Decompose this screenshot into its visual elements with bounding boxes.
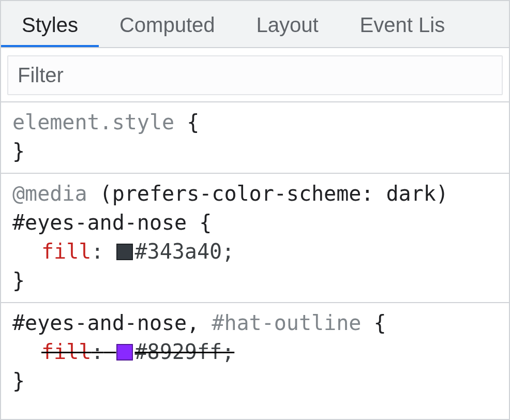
colon: : — [91, 239, 103, 263]
brace-open: { — [373, 311, 386, 335]
media-condition: (prefers-color-scheme: dark) — [100, 182, 448, 205]
tab-computed[interactable]: Computed — [99, 1, 236, 47]
filter-row — [1, 48, 509, 102]
selector-eyes-and-nose: #eyes-and-nose — [12, 211, 187, 234]
declaration-fill-base[interactable]: fill: #8929ff; — [12, 337, 498, 366]
brace-open-char: { — [187, 110, 199, 134]
selector-hat-outline: #hat-outline — [212, 311, 361, 335]
colon: : — [91, 340, 103, 364]
brace-close: } — [12, 268, 25, 292]
brace-open: { — [199, 211, 212, 234]
declaration-fill-dark[interactable]: fill: #343a40; — [12, 237, 498, 266]
semicolon: ; — [222, 340, 234, 364]
tab-styles[interactable]: Styles — [1, 1, 99, 47]
semicolon: ; — [222, 239, 234, 263]
color-swatch-icon[interactable] — [116, 344, 133, 361]
rule-media-dark[interactable]: @media (prefers-color-scheme: dark) #eye… — [1, 174, 509, 303]
selector-comma: , — [187, 311, 199, 335]
property-name: fill — [41, 340, 91, 364]
rule-element-style[interactable]: element.style { } — [1, 102, 509, 174]
filter-input[interactable] — [7, 55, 503, 95]
selector-eyes-and-nose: #eyes-and-nose — [12, 311, 187, 335]
at-media-keyword: @media — [12, 182, 87, 205]
selector-element-style: element.style — [12, 110, 174, 134]
brace-close: } — [12, 369, 25, 393]
property-name: fill — [41, 239, 91, 263]
color-swatch-icon[interactable] — [116, 244, 133, 260]
styles-panel: Styles Computed Layout Event Lis element… — [0, 0, 510, 420]
rule-base[interactable]: #eyes-and-nose, #hat-outline { fill: #89… — [1, 303, 509, 402]
tab-layout[interactable]: Layout — [236, 1, 339, 47]
brace-close: } — [12, 139, 25, 163]
tab-event-listeners[interactable]: Event Lis — [339, 1, 466, 47]
property-value: #8929ff — [135, 340, 222, 364]
rules-list: element.style { } @media (prefers-color-… — [1, 102, 509, 419]
property-value: #343a40 — [135, 239, 222, 263]
tab-bar: Styles Computed Layout Event Lis — [1, 1, 509, 48]
